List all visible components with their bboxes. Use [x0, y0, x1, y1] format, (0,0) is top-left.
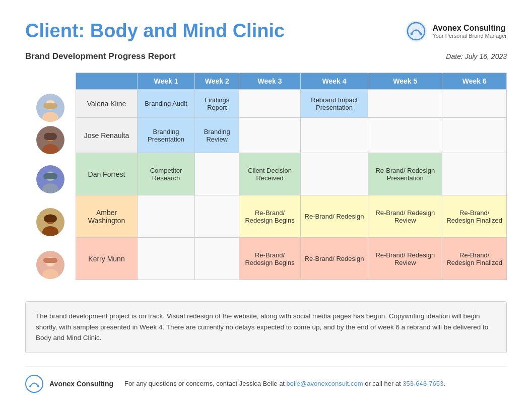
dan-avatar-cell: [25, 158, 76, 200]
week2-header: Week 2: [195, 73, 239, 90]
dan-week5: Re-Brand/ Redesign Presentation: [368, 153, 442, 195]
table-row: Jose Renaulta Branding Presentation Bran…: [76, 118, 507, 153]
valeria-week6: [442, 90, 507, 118]
report-date: Date: July 16, 2023: [446, 52, 507, 60]
dan-week1: Competitor Research: [138, 153, 195, 195]
dan-week3: Client Decision Received: [239, 153, 300, 195]
client-title: Client: Body and Mind Clinic: [25, 20, 285, 42]
kerry-week6: Re-Brand/ Redesign Finalized: [442, 238, 507, 280]
svg-point-31: [37, 385, 39, 387]
svg-point-2: [411, 33, 413, 35]
table-row: Amber Washington Re-Brand/ Redesign Begi…: [76, 195, 507, 238]
footer-text-suffix: .: [443, 380, 445, 387]
kerry-munn-avatar: [36, 251, 64, 279]
week4-header: Week 4: [300, 73, 368, 90]
schedule-table-wrapper: Week 1 Week 2 Week 3 Week 4 Week 5 Week …: [76, 73, 507, 286]
footer-contact-text: For any questions or concerns, contact J…: [124, 380, 445, 387]
subtitle-row: Brand Development Progress Report Date: …: [25, 51, 507, 61]
kerry-name-cell: Kerry Munn: [76, 238, 138, 280]
logo-tagline: Your Personal Brand Manager: [432, 33, 507, 39]
summary-text: The brand development project is on trac…: [36, 311, 496, 344]
amber-week4: Re-Brand/ Redesign: [300, 195, 368, 238]
name-column-header: [76, 73, 138, 90]
svg-point-3: [420, 33, 422, 35]
kerry-week1: [138, 238, 195, 280]
dan-week4: [300, 153, 368, 195]
logo-company-name: Avonex Consulting: [432, 24, 507, 33]
table-row: Kerry Munn Re-Brand/ Redesign Begins Re-…: [76, 238, 507, 280]
valeria-kline-avatar: [36, 94, 64, 122]
summary-box: The brand development project is on trac…: [25, 301, 507, 353]
jose-week4: [300, 118, 368, 153]
svg-rect-18: [43, 173, 57, 179]
valeria-avatar-cell: [25, 94, 76, 122]
amber-week1: [138, 195, 195, 238]
amber-name-cell: Amber Washington: [76, 195, 138, 238]
dan-name-cell: Dan Forrest: [76, 153, 138, 195]
valeria-week4: Rebrand Impact Presentation: [300, 90, 368, 118]
valeria-name-cell: Valeria Kline: [76, 90, 138, 118]
dan-week2: [195, 153, 239, 195]
amber-week6: Re-Brand/ Redesign Finalized: [442, 195, 507, 238]
jose-week1: Branding Presentation: [138, 118, 195, 153]
avonex-logo-icon: [405, 20, 427, 42]
dan-week6: [442, 153, 507, 195]
svg-rect-23: [44, 215, 57, 222]
schedule-table: Week 1 Week 2 Week 3 Week 4 Week 5 Week …: [76, 73, 507, 280]
week5-header: Week 5: [368, 73, 442, 90]
footer-phone-link[interactable]: 353-643-7653: [403, 380, 443, 387]
svg-rect-13: [44, 133, 57, 140]
footer-logo-icon: [25, 375, 43, 393]
amber-week5: Re-Brand/ Redesign Review: [368, 195, 442, 238]
report-subtitle: Brand Development Progress Report: [25, 51, 176, 61]
page-header: Client: Body and Mind Clinic Avonex Cons…: [25, 20, 507, 42]
table-area: Week 1 Week 2 Week 3 Week 4 Week 5 Week …: [25, 73, 507, 286]
title-prefix: Client:: [25, 20, 90, 41]
kerry-week4: Re-Brand/ Redesign: [300, 238, 368, 280]
page-footer: Avonex Consulting For any questions or c…: [25, 366, 507, 393]
week6-header: Week 6: [442, 73, 507, 90]
jose-avatar-cell: [25, 122, 76, 158]
footer-text-prefix: For any questions or concerns, contact J…: [124, 380, 287, 387]
week3-header: Week 3: [239, 73, 300, 90]
valeria-week5: [368, 90, 442, 118]
jose-week3: [239, 118, 300, 153]
kerry-week3: Re-Brand/ Redesign Begins: [239, 238, 300, 280]
footer-email-link[interactable]: belle@avonexconsult.com: [287, 380, 363, 387]
jose-renaulta-avatar: [36, 126, 64, 154]
jose-name-cell: Jose Renaulta: [76, 118, 138, 153]
svg-point-30: [29, 385, 31, 387]
amber-washington-avatar: [36, 208, 64, 236]
logo-text: Avonex Consulting Your Personal Brand Ma…: [432, 24, 507, 39]
amber-week2: [195, 195, 239, 238]
svg-point-29: [26, 375, 43, 392]
svg-point-0: [406, 21, 427, 42]
valeria-week1: Branding Audit: [138, 90, 195, 118]
svg-rect-28: [43, 258, 57, 263]
jose-week6: [442, 118, 507, 153]
dan-forrest-avatar: [36, 165, 64, 193]
week1-header: Week 1: [138, 73, 195, 90]
svg-rect-8: [43, 103, 57, 109]
jose-week5: [368, 118, 442, 153]
amber-week3: Re-Brand/ Redesign Begins: [239, 195, 300, 238]
company-logo: Avonex Consulting Your Personal Brand Ma…: [405, 20, 507, 42]
title-client: Body and Mind Clinic: [90, 20, 285, 41]
footer-text-mid: or call her at: [363, 380, 403, 387]
valeria-week3: [239, 90, 300, 118]
table-header-row: Week 1 Week 2 Week 3 Week 4 Week 5 Week …: [76, 73, 507, 90]
jose-week2: Branding Review: [195, 118, 239, 153]
table-row: Valeria Kline Branding Audit Findings Re…: [76, 90, 507, 118]
kerry-week5: Re-Brand/ Redesign Review: [368, 238, 442, 280]
footer-brand-name: Avonex Consulting: [49, 380, 113, 388]
kerry-avatar-cell: [25, 244, 76, 286]
avatar-column: [25, 73, 76, 286]
amber-avatar-cell: [25, 201, 76, 243]
table-row: Dan Forrest Competitor Research Client D…: [76, 153, 507, 195]
kerry-week2: [195, 238, 239, 280]
valeria-week2: Findings Report: [195, 90, 239, 118]
